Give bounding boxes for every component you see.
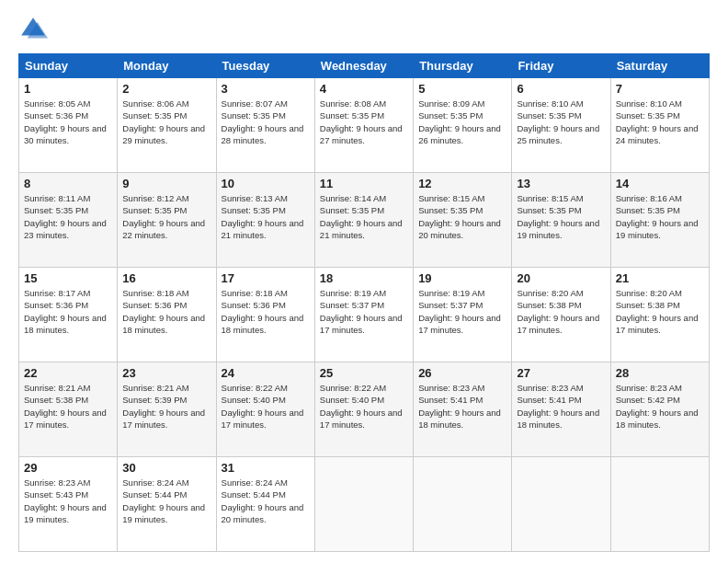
calendar: SundayMondayTuesdayWednesdayThursdayFrid… [18,53,710,552]
day-info: Sunrise: 8:17 AM Sunset: 5:36 PM Dayligh… [24,287,112,336]
day-cell: 19Sunrise: 8:19 AM Sunset: 5:37 PM Dayli… [414,268,512,362]
day-info: Sunrise: 8:16 AM Sunset: 5:35 PM Dayligh… [616,192,704,241]
day-info: Sunrise: 8:05 AM Sunset: 5:36 PM Dayligh… [24,98,112,146]
day-cell: 26Sunrise: 8:23 AM Sunset: 5:41 PM Dayli… [414,362,512,457]
day-number: 9 [122,177,210,190]
week-row: 15Sunrise: 8:17 AM Sunset: 5:36 PM Dayli… [19,268,710,362]
day-number: 31 [222,461,310,475]
day-header: Tuesday [216,54,314,78]
day-info: Sunrise: 8:10 AM Sunset: 5:35 PM Dayligh… [616,98,704,146]
day-cell [512,457,610,552]
day-cell: 21Sunrise: 8:20 AM Sunset: 5:38 PM Dayli… [610,268,709,362]
day-header: Sunday [19,54,118,78]
day-cell [314,457,413,552]
day-cell: 18Sunrise: 8:19 AM Sunset: 5:37 PM Dayli… [314,268,413,362]
day-number: 21 [616,271,704,285]
day-cell [610,457,709,552]
day-info: Sunrise: 8:19 AM Sunset: 5:37 PM Dayligh… [418,287,506,336]
day-cell: 25Sunrise: 8:22 AM Sunset: 5:40 PM Dayli… [314,362,413,457]
day-cell: 30Sunrise: 8:24 AM Sunset: 5:44 PM Dayli… [118,457,216,552]
day-number: 18 [320,271,408,285]
day-number: 17 [222,271,310,285]
day-cell: 2Sunrise: 8:06 AM Sunset: 5:35 PM Daylig… [118,78,216,173]
day-number: 14 [616,177,704,190]
day-number: 6 [517,82,605,96]
logo [18,15,51,44]
day-info: Sunrise: 8:22 AM Sunset: 5:40 PM Dayligh… [222,382,310,431]
day-info: Sunrise: 8:12 AM Sunset: 5:35 PM Dayligh… [122,192,210,241]
day-number: 2 [122,82,210,96]
day-number: 15 [24,271,112,285]
day-number: 29 [24,461,112,475]
day-cell: 6Sunrise: 8:10 AM Sunset: 5:35 PM Daylig… [512,78,610,173]
day-cell: 7Sunrise: 8:10 AM Sunset: 5:35 PM Daylig… [610,78,709,173]
day-cell: 28Sunrise: 8:23 AM Sunset: 5:42 PM Dayli… [610,362,709,457]
day-info: Sunrise: 8:21 AM Sunset: 5:38 PM Dayligh… [24,382,112,431]
header-row: SundayMondayTuesdayWednesdayThursdayFrid… [19,54,710,78]
day-cell: 9Sunrise: 8:12 AM Sunset: 5:35 PM Daylig… [118,173,216,268]
day-info: Sunrise: 8:24 AM Sunset: 5:44 PM Dayligh… [222,477,310,525]
week-row: 1Sunrise: 8:05 AM Sunset: 5:36 PM Daylig… [19,78,710,173]
day-header: Monday [118,54,216,78]
day-cell: 17Sunrise: 8:18 AM Sunset: 5:36 PM Dayli… [216,268,314,362]
day-number: 28 [616,366,704,380]
day-info: Sunrise: 8:19 AM Sunset: 5:37 PM Dayligh… [320,287,408,336]
day-info: Sunrise: 8:08 AM Sunset: 5:35 PM Dayligh… [320,98,408,146]
day-number: 24 [222,366,310,380]
day-number: 16 [122,271,210,285]
week-row: 29Sunrise: 8:23 AM Sunset: 5:43 PM Dayli… [19,457,710,552]
day-info: Sunrise: 8:10 AM Sunset: 5:35 PM Dayligh… [517,98,605,146]
day-number: 10 [222,177,310,190]
day-cell: 22Sunrise: 8:21 AM Sunset: 5:38 PM Dayli… [19,362,118,457]
day-cell: 29Sunrise: 8:23 AM Sunset: 5:43 PM Dayli… [19,457,118,552]
day-cell: 27Sunrise: 8:23 AM Sunset: 5:41 PM Dayli… [512,362,610,457]
day-cell: 11Sunrise: 8:14 AM Sunset: 5:35 PM Dayli… [314,173,413,268]
day-number: 13 [517,177,605,190]
day-number: 19 [418,271,506,285]
day-number: 22 [24,366,112,380]
day-cell: 20Sunrise: 8:20 AM Sunset: 5:38 PM Dayli… [512,268,610,362]
day-info: Sunrise: 8:24 AM Sunset: 5:44 PM Dayligh… [122,477,210,525]
day-info: Sunrise: 8:23 AM Sunset: 5:41 PM Dayligh… [517,382,605,431]
day-info: Sunrise: 8:13 AM Sunset: 5:35 PM Dayligh… [222,192,310,241]
week-row: 8Sunrise: 8:11 AM Sunset: 5:35 PM Daylig… [19,173,710,268]
day-number: 3 [222,82,310,96]
day-number: 4 [320,82,408,96]
day-info: Sunrise: 8:22 AM Sunset: 5:40 PM Dayligh… [320,382,408,431]
day-number: 11 [320,177,408,190]
day-number: 25 [320,366,408,380]
day-info: Sunrise: 8:15 AM Sunset: 5:35 PM Dayligh… [418,192,506,241]
day-cell: 10Sunrise: 8:13 AM Sunset: 5:35 PM Dayli… [216,173,314,268]
week-row: 22Sunrise: 8:21 AM Sunset: 5:38 PM Dayli… [19,362,710,457]
day-info: Sunrise: 8:09 AM Sunset: 5:35 PM Dayligh… [418,98,506,146]
day-cell: 5Sunrise: 8:09 AM Sunset: 5:35 PM Daylig… [414,78,512,173]
day-info: Sunrise: 8:11 AM Sunset: 5:35 PM Dayligh… [24,192,112,241]
day-info: Sunrise: 8:07 AM Sunset: 5:35 PM Dayligh… [222,98,310,146]
day-number: 12 [418,177,506,190]
day-cell: 15Sunrise: 8:17 AM Sunset: 5:36 PM Dayli… [19,268,118,362]
day-info: Sunrise: 8:18 AM Sunset: 5:36 PM Dayligh… [222,287,310,336]
day-number: 26 [418,366,506,380]
page: SundayMondayTuesdayWednesdayThursdayFrid… [0,0,728,563]
day-cell: 3Sunrise: 8:07 AM Sunset: 5:35 PM Daylig… [216,78,314,173]
day-info: Sunrise: 8:14 AM Sunset: 5:35 PM Dayligh… [320,192,408,241]
logo-icon [18,15,48,44]
day-info: Sunrise: 8:15 AM Sunset: 5:35 PM Dayligh… [517,192,605,241]
day-info: Sunrise: 8:18 AM Sunset: 5:36 PM Dayligh… [122,287,210,336]
day-cell: 1Sunrise: 8:05 AM Sunset: 5:36 PM Daylig… [19,78,118,173]
day-number: 1 [24,82,112,96]
day-info: Sunrise: 8:23 AM Sunset: 5:42 PM Dayligh… [616,382,704,431]
day-info: Sunrise: 8:06 AM Sunset: 5:35 PM Dayligh… [122,98,210,146]
day-header: Friday [512,54,610,78]
day-number: 7 [616,82,704,96]
day-number: 30 [122,461,210,475]
day-number: 8 [24,177,112,190]
day-info: Sunrise: 8:20 AM Sunset: 5:38 PM Dayligh… [616,287,704,336]
day-cell: 4Sunrise: 8:08 AM Sunset: 5:35 PM Daylig… [314,78,413,173]
day-cell: 13Sunrise: 8:15 AM Sunset: 5:35 PM Dayli… [512,173,610,268]
day-cell: 31Sunrise: 8:24 AM Sunset: 5:44 PM Dayli… [216,457,314,552]
day-cell: 24Sunrise: 8:22 AM Sunset: 5:40 PM Dayli… [216,362,314,457]
day-info: Sunrise: 8:20 AM Sunset: 5:38 PM Dayligh… [517,287,605,336]
day-header: Wednesday [314,54,413,78]
day-number: 5 [418,82,506,96]
